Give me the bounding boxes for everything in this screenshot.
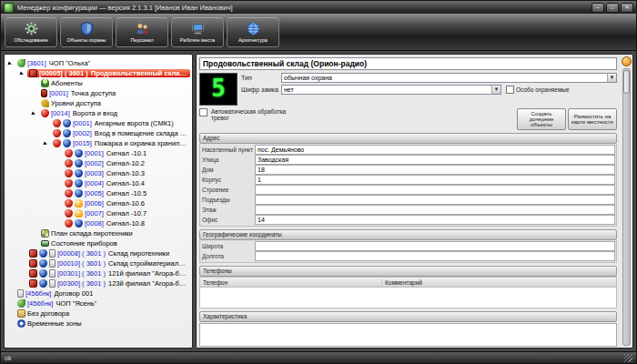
address-field-input[interactable] bbox=[255, 165, 615, 175]
tree-item-label: Договор 001 bbox=[54, 289, 93, 298]
tree-item[interactable]: [0008]Сигнал-10.8 bbox=[56, 218, 190, 228]
tree-item[interactable]: [456бнк]ЧОП "Ясень" bbox=[8, 298, 190, 308]
tree-item-id: [3601] bbox=[27, 59, 46, 67]
toolbar-button-3[interactable]: Персонал bbox=[116, 16, 168, 47]
tree-item[interactable]: [00300] ( 3601 )123й филиал "Агора-банк" bbox=[20, 278, 190, 288]
tree-item-id: [0014] bbox=[51, 109, 70, 117]
address-field-row: Дом bbox=[202, 165, 615, 175]
tree-item-label: Сигнал -10.7 bbox=[106, 209, 147, 217]
tree-item-label: Продовольственный склад (Орион-рад... bbox=[91, 69, 188, 77]
tree-item[interactable]: Абоненты bbox=[32, 78, 190, 88]
address-field-input[interactable] bbox=[255, 155, 615, 165]
vertical-scrollbar[interactable] bbox=[622, 68, 631, 346]
tree-item[interactable]: Состояние приборов bbox=[32, 238, 190, 248]
panel-action-button[interactable] bbox=[622, 56, 632, 66]
tree-item-id: [0006] bbox=[85, 199, 104, 207]
tree-item[interactable]: [00301] ( 3601 )121й филиал "Агора-банк"… bbox=[20, 268, 190, 278]
geo-field-input[interactable] bbox=[255, 241, 615, 251]
tree-item-label: ЧОП "Ольха" bbox=[49, 59, 91, 67]
scrollbar-thumb[interactable] bbox=[623, 70, 630, 94]
maximize-button[interactable]: □ bbox=[606, 3, 619, 13]
tree-item[interactable]: [0001]Сигнал -10.1 bbox=[56, 148, 190, 158]
address-field-label: Дом bbox=[202, 167, 255, 173]
tree-item[interactable]: Уровни доступа bbox=[32, 98, 190, 108]
tree-item-content: [3601]ЧОП "Ольха" bbox=[15, 59, 190, 67]
address-field-input[interactable] bbox=[255, 195, 615, 205]
title-bar[interactable]: Менеджер конфигурации — версия 2.1.3.1 [… bbox=[1, 1, 636, 14]
expand-arrow-icon[interactable] bbox=[44, 142, 51, 146]
shield-blue-icon bbox=[39, 269, 47, 278]
tree-item-content: [00008] ( 3601 )Склад пиротехники bbox=[27, 249, 190, 258]
toolbar-button-5[interactable]: Архитектура bbox=[227, 16, 279, 47]
expand-arrow-icon[interactable] bbox=[8, 62, 15, 66]
address-field-input[interactable] bbox=[255, 145, 615, 155]
tree-item[interactable]: План склада пиротехники bbox=[32, 228, 190, 238]
tree-item-content: [0002]Вход в помещение склада (СМК-2) bbox=[51, 129, 190, 137]
minimize-button[interactable]: ─ bbox=[592, 3, 604, 13]
globe-icon bbox=[246, 21, 261, 36]
tree-item[interactable]: [0001]Точка доступа bbox=[32, 88, 190, 98]
address-field-input[interactable] bbox=[255, 175, 615, 185]
address-field-input[interactable] bbox=[255, 205, 615, 215]
shield-blue-icon bbox=[75, 159, 83, 167]
tree-item[interactable]: [00008] ( 3601 )Склад пиротехники bbox=[20, 248, 190, 258]
tree-item[interactable]: [456бнк]Договор 001 bbox=[8, 288, 190, 298]
tree-item[interactable]: [0005]Сигнал -10.5 bbox=[56, 188, 190, 198]
tree-item-content: [456бнк]Договор 001 bbox=[15, 289, 190, 298]
characteristic-textarea[interactable] bbox=[199, 323, 617, 347]
tree-item[interactable]: [0002]Вход в помещение склада (СМК-2) bbox=[44, 128, 190, 138]
toolbar-button-4[interactable]: Рабочие места bbox=[171, 16, 224, 47]
close-button[interactable]: ✕ bbox=[621, 3, 633, 13]
auto-alarm-checkbox[interactable] bbox=[199, 108, 207, 116]
tree-item-content: Абоненты bbox=[39, 79, 190, 87]
object-name-input[interactable] bbox=[199, 57, 617, 70]
shield-blue-icon bbox=[39, 279, 47, 288]
tree-item-id: [0004] bbox=[85, 179, 104, 187]
tree-item-content: [00300] ( 3601 )123й филиал "Агора-банк" bbox=[27, 279, 190, 288]
create-child-objects-button[interactable]: Создать дочерние объекты bbox=[517, 108, 566, 130]
phones-table-body[interactable] bbox=[200, 288, 616, 308]
tree-item[interactable]: [0001]Ангарные ворота (СМК1) bbox=[44, 118, 190, 128]
tree-item[interactable]: [0003]Сигнал-10.3 bbox=[56, 168, 190, 178]
tree-item-id: [456бнк] bbox=[25, 289, 51, 298]
tree-item-content: [0008]Сигнал-10.8 bbox=[63, 219, 190, 228]
tree-item[interactable]: [0004]Сигнал-10.4 bbox=[56, 178, 190, 188]
tree-item-label: Сигнал-10.4 bbox=[106, 179, 145, 187]
tree-item[interactable]: [0007]Сигнал -10.7 bbox=[56, 208, 190, 218]
expand-arrow-icon[interactable] bbox=[32, 112, 39, 116]
tree-item[interactable]: Временные зоны bbox=[8, 318, 190, 329]
plant-icon bbox=[17, 299, 25, 308]
lock-code-select[interactable]: нет ▼ bbox=[281, 85, 501, 95]
place-on-map-button[interactable]: Разместить на карте местности bbox=[568, 108, 617, 130]
tree-item-content: [0007]Сигнал -10.7 bbox=[63, 209, 190, 217]
tree-item-content: План склада пиротехники bbox=[39, 229, 190, 238]
geo-field-input[interactable] bbox=[255, 251, 615, 261]
special-guard-checkbox[interactable] bbox=[506, 86, 514, 94]
tree-item-label: Сигнал-10.2 bbox=[106, 159, 145, 167]
tree-item[interactable]: Без договора bbox=[8, 308, 190, 318]
shield-red-icon bbox=[65, 159, 73, 167]
tree-item-label: Абоненты bbox=[51, 79, 83, 87]
resize-grip[interactable] bbox=[624, 354, 632, 362]
type-select[interactable]: обычная охрана ▼ bbox=[281, 73, 617, 83]
tree-item[interactable]: [0015]Пожарка и охранка хранилища (Сигна… bbox=[44, 138, 190, 148]
toolbar-button-1[interactable]: Обследование bbox=[5, 16, 57, 47]
object-tree[interactable]: [3601]ЧОП "Ольха"[00005] ( 3601 )Продово… bbox=[4, 54, 193, 349]
expand-arrow-icon[interactable] bbox=[20, 72, 27, 76]
toolbar-button-2[interactable]: Объекты охраны bbox=[60, 16, 113, 47]
doc-icon bbox=[49, 279, 56, 288]
tree-item[interactable]: [3601]ЧОП "Ольха" bbox=[8, 58, 190, 68]
address-field-input[interactable] bbox=[255, 215, 615, 225]
app-icon bbox=[4, 3, 14, 13]
tree-item[interactable]: [0002]Сигнал-10.2 bbox=[56, 158, 190, 168]
shield-blue-icon bbox=[63, 139, 71, 147]
tree-item[interactable]: [00010] ( 3601 )Склад стройматериалов (м… bbox=[20, 258, 190, 268]
address-field-input[interactable] bbox=[255, 185, 615, 195]
tree-item-content: Без договора bbox=[15, 309, 190, 318]
status-text: ok bbox=[5, 355, 11, 361]
tree-item[interactable]: [0006]Сигнал-10.6 bbox=[56, 198, 190, 208]
tree-item-id: [00008] ( 3601 ) bbox=[57, 249, 106, 258]
tree-item[interactable]: [0014]Ворота и вход bbox=[32, 108, 190, 118]
tree-item[interactable]: [00005] ( 3601 )Продовольственный склад … bbox=[20, 68, 190, 78]
doc-icon bbox=[49, 269, 56, 278]
